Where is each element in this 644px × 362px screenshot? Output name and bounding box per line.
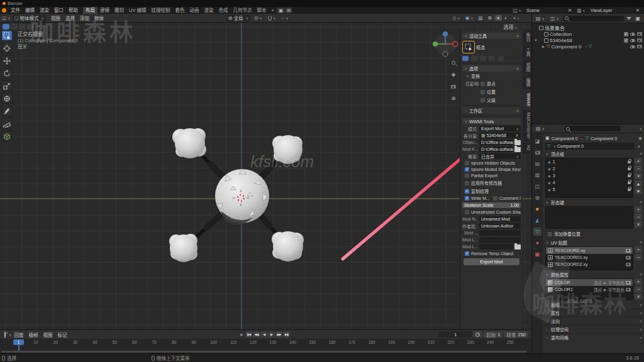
filter-icon[interactable] [626,17,631,20]
play-reverse-button[interactable]: ◀ [260,331,267,337]
jump-to-end-button[interactable]: ▶▮ [283,331,290,337]
render-visibility-icon[interactable] [637,38,642,42]
model-blob-lower-right[interactable] [272,231,304,261]
collapsed-panel-header[interactable]: ›法向≡ [545,317,642,325]
active-tool-mode-icon[interactable] [3,24,9,30]
tab-object-data-icon[interactable]: ▽ [533,228,541,236]
specials-menu-button[interactable]: ∨ [635,173,642,179]
timeline-menu-item[interactable]: 视图 [40,331,55,338]
ignore-muted-checkbox[interactable] [465,167,469,172]
folder-browse-icon[interactable] [514,147,521,152]
wwmi-modfolder-path-field[interactable]: D:\Office-software... [479,146,513,152]
add-button[interactable]: + [635,158,642,164]
ortho-toggle-icon[interactable]: ⊞ [449,94,458,102]
tab-viewlayer-icon[interactable]: ▥ [533,171,541,179]
outliner-editor-type-icon[interactable]: ▤∨ [534,16,547,21]
workspace-tab[interactable]: UV 编辑 [126,7,149,14]
tool-mode-invert-icon[interactable] [27,24,34,30]
outliner-display-mode-icon[interactable]: ◫∨ [548,16,561,21]
tool-mode-extend-icon[interactable] [11,24,18,30]
affect-origins-checkbox[interactable] [480,82,485,86]
gizmo-axis-y-icon[interactable] [433,41,438,47]
playhead-frame-badge[interactable]: 1 [13,339,24,345]
panel-workspace[interactable]: ›工作区≡ [462,107,521,114]
sidebar-tab[interactable]: HJ [523,143,531,153]
menu-item[interactable]: 文件 [8,7,23,14]
tool-mode-subtract-icon[interactable] [19,24,26,30]
vertex-group-row[interactable]: ◈1 [546,158,633,165]
panel-menu-icon[interactable]: ≡ [640,319,642,324]
model-blob-lower-left[interactable] [169,234,197,262]
3d-viewport[interactable]: 正交右视图 (1) Collection | Component 0 厘米 ✥ … [0,23,531,329]
export-mod-button[interactable]: Export Mod [464,258,519,265]
panel-wwmi-tools[interactable]: ∨WWMI Tools [462,118,521,124]
proportional-edit-icon[interactable]: ◌∨ [279,15,290,21]
jump-to-start-button[interactable]: ▮◀ [245,331,252,337]
panel-vertex-groups[interactable]: ∨顶点组≡ [545,150,642,157]
rotate-tool[interactable] [1,68,13,79]
overlays-toggle-icon[interactable]: ◉∨ [464,15,475,21]
exclude-checkbox[interactable] [624,38,628,43]
play-button[interactable]: ▶ [268,331,275,337]
menu-item[interactable]: 窗口 [52,7,66,14]
tab-output-icon[interactable]: ▤ [533,160,541,168]
pan-hand-icon[interactable]: ✥ [449,70,458,79]
remove-temp-checkbox[interactable] [465,251,469,256]
navigation-gizmo[interactable] [433,31,458,57]
render-active-icon[interactable] [626,288,631,292]
mod-logo-field[interactable] [479,244,513,250]
panel-active-tool[interactable]: ∨活动工具≡ [462,33,521,39]
uv-map-row[interactable]: TEXCOORD.xy [546,247,633,254]
outliner-row-collection[interactable]: Collection [532,31,644,37]
workspace-tab[interactable]: 渲染 [202,7,216,14]
timeline-menu-item[interactable]: 回放 [11,331,26,338]
sidebar-tab[interactable]: 编辑 [523,75,531,89]
viewlayer-unlink-icon[interactable]: ✕ [634,8,641,13]
color-attribute-row[interactable]: COLOR顶点▶字节颜色 [546,279,633,286]
mod-desc-field[interactable] [479,230,521,236]
viewlayer-name-field[interactable]: ViewLayer [589,8,633,13]
add-button[interactable]: + [635,278,642,285]
wwmi-objects-path-field[interactable]: D:\Office-software... [479,140,513,145]
outliner-row-scene-collection[interactable]: 场景集合 [532,25,644,31]
author-name-field[interactable]: Unknown Author [479,223,521,229]
properties-options-icon[interactable]: ∨ [640,126,642,131]
timeline-scrollbar[interactable] [1,351,527,353]
data-name-field[interactable]: ▽∨Component 0 [545,143,635,150]
pin-icon[interactable]: ◉ [638,136,642,141]
vertex-group-row[interactable]: ◈5 [546,186,633,193]
ignore-hidden-checkbox[interactable] [465,161,469,165]
sidebar-tab[interactable]: 工具 [523,45,531,59]
workspace-tab[interactable]: 脚本 [255,7,269,14]
use-preview-range-icon[interactable] [473,331,482,337]
workspace-tab[interactable]: 几何节点 [231,7,255,14]
viewport-menu-item[interactable]: 视图 [48,14,63,21]
workspace-tab[interactable]: 雕刻 [112,7,126,14]
tab-material-icon[interactable]: ● [533,239,541,247]
tab-render-icon[interactable] [533,148,541,156]
panel-menu-icon[interactable]: ≡ [516,109,519,113]
scale-tool[interactable] [1,80,13,91]
gizmo-axis-x-icon[interactable] [453,41,458,47]
render-visibility-icon[interactable] [637,32,642,36]
mod-name-field[interactable]: Unnamed Mod [479,216,521,222]
exclude-checkbox[interactable] [624,32,628,36]
viewlayer-icon[interactable]: ▥∨ [575,8,587,13]
clear-icon[interactable]: ✕ [515,133,519,138]
tab-world-icon[interactable]: ◍ [533,194,541,202]
collapsed-panel-header[interactable]: ›纹理空间≡ [545,325,642,333]
outliner-options-icon[interactable]: ▣ [633,16,642,21]
lock-icon[interactable] [628,182,631,184]
timeline-menu-item[interactable]: 标记 [55,331,69,338]
snap-magnet-icon[interactable]: ⋃∨ [266,15,278,21]
annotate-tool[interactable] [1,106,13,116]
frame-end-field[interactable]: 结束250 [504,331,528,337]
add-workspace-button[interactable]: + [269,7,277,14]
zoom-tool-icon[interactable] [449,58,458,67]
move-down-button[interactable]: ▼ [635,188,642,194]
transform-tool[interactable] [1,93,13,104]
panel-menu-icon[interactable]: ≡ [640,303,642,307]
tab-texture-icon[interactable]: ▦ [533,250,541,258]
breadcrumb-object[interactable]: Component 0 [552,136,578,141]
viewport-menu-item[interactable]: 物体 [92,14,106,21]
